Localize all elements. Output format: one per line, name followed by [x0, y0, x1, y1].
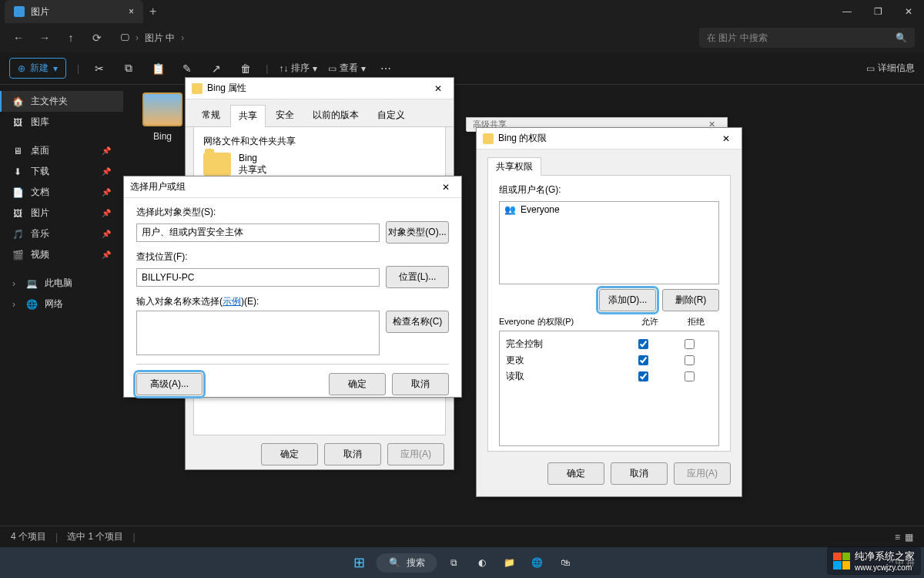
apply-button[interactable]: 应用(A) — [387, 443, 444, 465]
check-names-button[interactable]: 检查名称(C) — [386, 311, 449, 333]
status-bar: 4 个项目 | 选中 1 个项目 | ≡ ▦ — [0, 526, 924, 547]
chevron-right-icon: › — [12, 278, 18, 289]
close-tab-icon[interactable]: × — [129, 6, 134, 17]
cancel-button[interactable]: 取消 — [611, 462, 668, 485]
remove-button[interactable]: 删除(R) — [662, 289, 719, 311]
back-button[interactable]: ← — [9, 32, 28, 44]
tab-sharing[interactable]: 共享 — [230, 105, 266, 127]
search-box[interactable]: 在 图片 中搜索 🔍 — [699, 28, 915, 48]
status-selected: 选中 1 个项目 — [67, 530, 123, 543]
close-icon[interactable]: ✕ — [429, 83, 447, 94]
allow-checkbox[interactable] — [638, 371, 648, 381]
more-button[interactable]: ⋯ — [377, 59, 395, 78]
monitor-icon: 🖵 — [120, 32, 129, 43]
sidebar-item-music[interactable]: 🎵音乐📌 — [0, 223, 123, 244]
pc-icon: 💻 — [26, 278, 37, 289]
sort-button[interactable]: ↑↓ 排序 ▾ — [279, 62, 317, 75]
copy-button[interactable]: ⧉ — [119, 59, 138, 78]
sidebar-item-documents[interactable]: 📄文档📌 — [0, 182, 123, 203]
allow-checkbox[interactable] — [638, 339, 648, 349]
forward-button[interactable]: → — [35, 32, 54, 44]
cancel-button[interactable]: 取消 — [392, 373, 449, 395]
explorer-tab[interactable]: 图片 × — [5, 0, 143, 23]
advanced-button[interactable]: 高级(A)... — [136, 373, 203, 395]
share-button[interactable]: ↗ — [207, 59, 226, 78]
deny-checkbox[interactable] — [685, 355, 695, 365]
up-button[interactable]: ↑ — [62, 32, 80, 44]
add-button[interactable]: 添加(D)... — [599, 289, 656, 311]
delete-button[interactable]: 🗑 — [236, 59, 255, 78]
users-listbox[interactable]: 👥 Everyone — [499, 201, 719, 284]
breadcrumb-item[interactable]: 图片 中 — [145, 32, 175, 45]
groups-label: 组或用户名(G): — [488, 176, 730, 197]
allow-header: 允许 — [627, 316, 673, 328]
ok-button[interactable]: 确定 — [329, 373, 386, 395]
deny-checkbox[interactable] — [685, 339, 695, 349]
maximize-button[interactable]: ❐ — [862, 0, 893, 23]
cut-button[interactable]: ✂ — [90, 59, 109, 78]
rename-button[interactable]: ✎ — [178, 59, 196, 78]
minimize-button[interactable]: — — [832, 0, 862, 23]
folder-bing[interactable]: Bing — [136, 92, 189, 142]
widgets-button[interactable]: ◐ — [471, 552, 493, 573]
start-button[interactable]: ⊞ — [349, 552, 370, 573]
explorer-taskbar-icon[interactable]: 📁 — [499, 552, 521, 573]
object-type-field[interactable] — [136, 223, 380, 242]
deny-header: 拒绝 — [673, 316, 719, 328]
paste-button[interactable]: 📋 — [149, 59, 167, 78]
list-view-button[interactable]: ≡ — [895, 532, 900, 543]
view-button[interactable]: ▭ 查看 ▾ — [328, 62, 366, 75]
dialog-titlebar[interactable]: Bing 的权限 ✕ — [477, 128, 742, 150]
object-types-button[interactable]: 对象类型(O)... — [386, 221, 449, 244]
new-button[interactable]: ⊕ 新建 ▾ — [9, 58, 66, 79]
sort-icon: ↑↓ — [279, 63, 288, 74]
dialog-titlebar[interactable]: Bing 属性 ✕ — [186, 78, 454, 99]
sidebar-item-downloads[interactable]: ⬇下载📌 — [0, 161, 123, 182]
tab-previous[interactable]: 以前的版本 — [304, 104, 367, 126]
store-taskbar-icon[interactable]: 🛍 — [554, 552, 576, 573]
dialog-titlebar[interactable]: 选择用户或组 ✕ — [124, 176, 461, 198]
close-icon[interactable]: ✕ — [717, 133, 735, 144]
deny-checkbox[interactable] — [685, 371, 695, 381]
close-window-button[interactable]: ✕ — [893, 0, 924, 23]
object-name-input[interactable] — [136, 311, 380, 355]
sidebar-item-thispc[interactable]: ›💻此电脑 — [0, 273, 123, 294]
gallery-icon: 🖼 — [12, 117, 23, 128]
sidebar-item-desktop[interactable]: 🖥桌面📌 — [0, 140, 123, 161]
tab-security[interactable]: 安全 — [267, 104, 303, 126]
close-icon[interactable]: ✕ — [437, 182, 455, 193]
new-tab-button[interactable]: + — [149, 5, 156, 18]
pin-icon: 📌 — [102, 188, 111, 197]
users-icon: 👥 — [504, 204, 516, 215]
ok-button[interactable]: 确定 — [547, 462, 604, 485]
sidebar-item-pictures[interactable]: 🖼图片📌 — [0, 203, 123, 223]
location-field[interactable] — [136, 268, 380, 287]
edge-taskbar-icon[interactable]: 🌐 — [527, 552, 548, 573]
folder-icon — [142, 92, 182, 126]
list-item[interactable]: 👥 Everyone — [501, 203, 717, 216]
breadcrumb[interactable]: 🖵 › 图片 中 › — [120, 32, 184, 45]
sidebar-item-network[interactable]: ›🌐网络 — [0, 294, 123, 314]
taskbar-search[interactable]: 🔍 搜索 — [377, 553, 437, 573]
example-link[interactable]: 示例 — [223, 296, 241, 307]
share-object-name: Bing — [239, 153, 266, 163]
window-titlebar: 图片 × + — ❐ ✕ — [0, 0, 924, 23]
grid-view-button[interactable]: ▦ — [905, 532, 913, 543]
ok-button[interactable]: 确定 — [261, 443, 318, 465]
refresh-button[interactable]: ⟳ — [88, 32, 106, 44]
desktop-icon: 🖥 — [12, 146, 23, 156]
dialog-title: Bing 属性 — [207, 82, 246, 95]
sidebar-item-home[interactable]: 🏠 主文件夹 — [0, 91, 123, 112]
sidebar-item-gallery[interactable]: 🖼 图库 — [0, 112, 123, 133]
tab-general[interactable]: 常规 — [193, 104, 229, 126]
apply-button[interactable]: 应用(A) — [674, 462, 731, 485]
locations-button[interactable]: 位置(L)... — [386, 266, 449, 288]
tab-share-permissions[interactable]: 共享权限 — [487, 157, 541, 176]
task-view-button[interactable]: ⧉ — [444, 552, 465, 573]
tab-customize[interactable]: 自定义 — [369, 104, 413, 126]
cancel-button[interactable]: 取消 — [324, 443, 381, 465]
details-button[interactable]: ▭ 详细信息 — [866, 62, 915, 75]
sidebar-item-videos[interactable]: 🎬视频📌 — [0, 244, 123, 265]
allow-checkbox[interactable] — [638, 355, 648, 365]
share-state: 共享式 — [239, 163, 266, 176]
